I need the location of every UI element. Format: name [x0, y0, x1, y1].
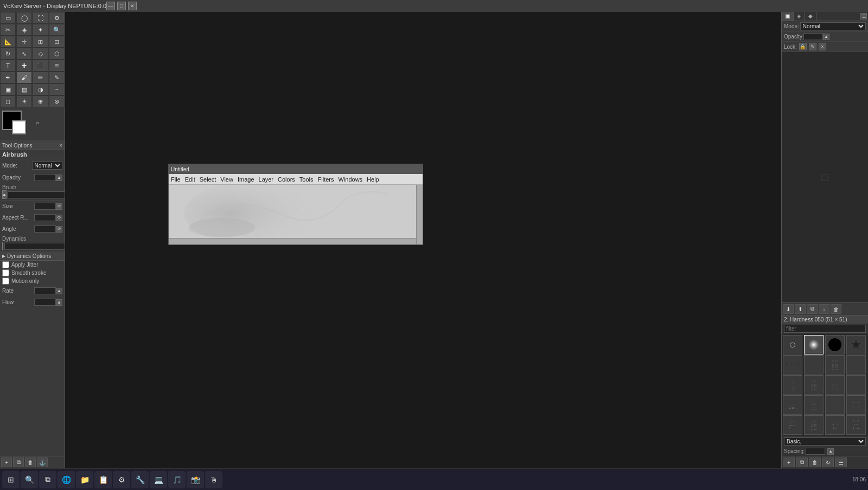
flow-spinner[interactable]: ▲	[56, 299, 62, 306]
tool-measure[interactable]: 📐	[0, 36, 16, 48]
tool-dodge2[interactable]: ☀	[16, 95, 32, 107]
taskbar-app-4[interactable]: ⚙	[113, 471, 130, 488]
angle-spinner[interactable]: ⟳	[56, 226, 62, 233]
menu-layer[interactable]: Layer	[259, 176, 274, 183]
minimize-button[interactable]: —	[106, 2, 115, 10]
brush-scatter10[interactable]: ⣦⣴⣠⣤	[804, 395, 824, 415]
menu-filters[interactable]: Filters	[318, 176, 334, 183]
rate-input[interactable]: 80.0	[34, 287, 56, 294]
tool-shear[interactable]: ◇	[33, 48, 48, 60]
brush-name-input[interactable]: 2. Hardness 05	[8, 191, 65, 198]
tool-airbrush[interactable]: 🖌	[16, 72, 32, 83]
size-input[interactable]: 20.00	[34, 203, 56, 210]
anchor-layer-btn[interactable]: ⚓	[37, 457, 48, 467]
flow-input[interactable]: 10.0	[34, 299, 56, 306]
tool-options-close[interactable]: ×	[59, 143, 62, 149]
right-tab-layers[interactable]: ▣	[782, 12, 794, 21]
opacity-spinner-up[interactable]: ▲	[56, 175, 62, 181]
aspect-input[interactable]: 0.00	[34, 214, 56, 221]
tool-zoom[interactable]: 🔍	[49, 24, 65, 36]
brush-scatter14[interactable]: ⢾⣿⡿⣟	[804, 415, 824, 435]
brush-hardness-0[interactable]: ○	[783, 335, 802, 354]
delete-layer-btn[interactable]: 🗑	[25, 457, 36, 467]
new-layer-btn[interactable]: +	[1, 457, 12, 467]
motion-only-checkbox[interactable]	[2, 278, 9, 285]
create-new-layer-btn[interactable]: ⬇	[783, 304, 794, 314]
brush-scatter4[interactable]: ⠂⠁⠄⠈⠐⠠	[846, 355, 866, 375]
menu-edit[interactable]: Edit	[185, 176, 195, 183]
aspect-spinner[interactable]: ⟳	[56, 215, 62, 221]
taskbar-app-3[interactable]: 📋	[94, 471, 112, 488]
menu-view[interactable]: View	[220, 176, 233, 183]
brush-scatter5[interactable]: ⠀⡆⠀⣿⣿⣿⠀⣿⠀	[783, 375, 802, 395]
layer-opacity-input[interactable]: 100.0	[803, 33, 823, 40]
tool-gradient[interactable]: ▤	[16, 83, 32, 95]
lock-pixels-btn[interactable]: 🔒	[799, 43, 807, 50]
tool-text[interactable]: T	[0, 60, 16, 72]
dynamics-input[interactable]: Pressure Opaci	[4, 243, 65, 250]
brush-scatter2[interactable]: ········	[804, 355, 824, 375]
brush-scatter8[interactable]: ⠋⠛⠉⠙	[846, 375, 866, 395]
duplicate-brush-btn[interactable]: ⧉	[796, 457, 808, 467]
tool-smudge[interactable]: ~	[49, 83, 65, 95]
tool-ink[interactable]: ✏	[33, 72, 48, 83]
right-tab-channels[interactable]: ◈	[794, 12, 805, 21]
tool-blur[interactable]: ≋	[49, 60, 65, 72]
brush-hardness-50[interactable]	[804, 335, 824, 354]
tool-ellipse-select[interactable]: ◯	[16, 12, 32, 24]
color-reset-arrows[interactable]: ⇄	[36, 121, 40, 126]
menu-select[interactable]: Select	[200, 176, 216, 183]
delete-brush-btn[interactable]: 🗑	[809, 457, 821, 467]
taskbar-app-1[interactable]: 🌐	[58, 471, 75, 488]
right-tab-paths[interactable]: ◆	[805, 12, 816, 21]
layer-opacity-spinner[interactable]: ▲	[823, 34, 829, 40]
tool-heal[interactable]: ✚	[16, 60, 32, 72]
menu-help[interactable]: Help	[367, 176, 379, 183]
new-brush-btn[interactable]: +	[783, 457, 795, 467]
opacity-input[interactable]: 100.0	[34, 174, 56, 181]
merge-layer-btn[interactable]: ↓	[819, 304, 829, 314]
brush-preview-icon[interactable]: ●	[2, 190, 7, 199]
angle-input[interactable]: 0.00	[34, 225, 56, 233]
menu-file[interactable]: File	[171, 176, 181, 183]
canvas-scrollbar-vertical[interactable]	[416, 185, 423, 244]
tool-foreground-select[interactable]: ◈	[16, 24, 32, 36]
maximize-button[interactable]: □	[117, 2, 126, 10]
mode-select[interactable]: Normal	[32, 162, 63, 170]
tool-perspective2[interactable]: ⊗	[49, 95, 65, 107]
brush-filter-input[interactable]	[784, 325, 866, 333]
tool-color-picker[interactable]: ✦	[33, 24, 48, 36]
close-button[interactable]: ✕	[128, 2, 137, 10]
tool-crop[interactable]: ⊡	[49, 36, 65, 48]
right-panel-menu[interactable]: ☰	[860, 13, 867, 20]
duplicate-layer-btn[interactable]: ⧉	[807, 304, 818, 314]
lock-all-btn[interactable]: ×	[819, 43, 826, 50]
brush-scatter16[interactable]: ⢑⡊⠆⠤	[846, 415, 866, 435]
taskbar-app-8[interactable]: 📸	[187, 471, 204, 488]
tool-align[interactable]: ⊞	[33, 36, 48, 48]
brush-hardness-100[interactable]	[825, 335, 845, 354]
tool-free-select[interactable]: ⛶	[33, 12, 48, 24]
search-button[interactable]: 🔍	[21, 471, 38, 488]
menu-colors[interactable]: Colors	[278, 176, 295, 183]
tool-scale[interactable]: ⤡	[16, 48, 32, 60]
menu-image[interactable]: Image	[238, 176, 254, 183]
brush-options-btn[interactable]: ☰	[835, 457, 847, 467]
brush-category-select[interactable]: Basic,	[784, 437, 866, 446]
brush-spacing-spinner[interactable]: ▲	[827, 448, 834, 455]
taskbar-app-6[interactable]: 💻	[150, 471, 167, 488]
tool-rotate[interactable]: ↻	[0, 48, 16, 60]
rate-spinner[interactable]: ▲	[56, 288, 62, 294]
tool-move[interactable]: ✛	[16, 36, 32, 48]
tool-dodge[interactable]: ◑	[33, 83, 48, 95]
tool-perspective[interactable]: ⬡	[49, 48, 65, 60]
start-button[interactable]: ⊞	[2, 471, 20, 488]
menu-tools[interactable]: Tools	[299, 176, 314, 183]
taskview-button[interactable]: ⧉	[39, 471, 56, 488]
tool-pencil[interactable]: ✎	[49, 72, 65, 83]
taskbar-app-7[interactable]: 🎵	[168, 471, 186, 488]
tool-eraser[interactable]: ◻	[0, 95, 16, 107]
tool-path[interactable]: ✒	[0, 72, 16, 83]
brush-scatter9[interactable]: ⢀⣀⠀⣠⣤⣄	[783, 395, 802, 415]
dynamics-options-header[interactable]: ▶ Dynamics Options	[0, 252, 65, 261]
